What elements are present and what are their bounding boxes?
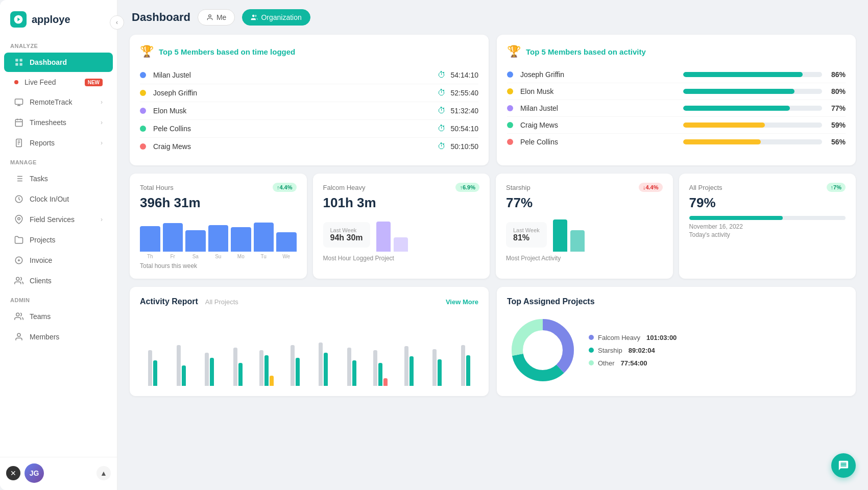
top5-time-list: Milan Justel ⏱ 54:14:10 Joseph Griffin ⏱…	[140, 66, 478, 155]
svg-point-27	[209, 15, 211, 17]
most-activity-badge: ↓4.4%	[639, 183, 663, 192]
project-bar-1	[376, 222, 391, 252]
sidebar-item-invoice[interactable]: Invoice	[4, 251, 113, 270]
top5-time-row-3: Pele Collins ⏱ 50:54:10	[140, 120, 478, 138]
sidebar-close-button[interactable]: ✕	[6, 466, 20, 480]
logo: apploye	[0, 0, 117, 37]
live-dot-icon	[14, 80, 18, 84]
sidebar-item-label-dashboard: Dashboard	[30, 58, 103, 66]
top5-act-row-4: Pele Collins 56%	[507, 134, 846, 150]
sidebar-item-clients[interactable]: Clients	[4, 271, 113, 290]
sidebar-item-timesheets[interactable]: Timesheets ›	[4, 113, 113, 132]
chevron-icon: ›	[101, 139, 103, 146]
top5-time-row-0: Milan Justel ⏱ 54:14:10	[140, 66, 478, 84]
most-hour-sub: Most Hour Logged Project	[323, 255, 480, 262]
all-projects-card: All Projects ↑7% 79% November 16, 2022 T…	[679, 174, 856, 279]
top5-time-header: 🏆 Top 5 Members based on time logged	[140, 45, 478, 58]
sidebar: apploye ‹ Analyze Dashboard Live Feed NE…	[0, 0, 117, 490]
act-dot-1	[507, 88, 513, 94]
most-activity-card: Starship ↓4.4% 77% Last Week 81%	[496, 174, 673, 279]
sidebar-item-livefeed[interactable]: Live Feed NEW	[4, 73, 113, 91]
chat-button[interactable]	[831, 453, 856, 478]
most-activity-value: 77%	[506, 195, 663, 211]
most-activity-sub: Most Project Activity	[506, 255, 663, 262]
view-more-button[interactable]: View More	[446, 298, 478, 306]
sidebar-item-projects[interactable]: Projects	[4, 230, 113, 250]
sidebar-item-label-reports: Reports	[30, 139, 94, 147]
sidebar-item-label-tasks: Tasks	[30, 175, 103, 183]
sidebar-item-reports[interactable]: Reports ›	[4, 133, 113, 153]
act-dot-4	[507, 139, 513, 145]
svg-rect-2	[15, 63, 18, 66]
sidebar-item-label-livefeed: Live Feed	[25, 78, 76, 86]
svg-point-25	[16, 313, 19, 316]
clock-icon: ⏱	[438, 88, 446, 97]
chevron-icon: ›	[101, 99, 103, 106]
all-projects-date: November 16, 2022	[689, 223, 846, 230]
sidebar-item-remotetrack[interactable]: RemoteTrack ›	[4, 92, 113, 112]
act-col-1	[140, 314, 165, 386]
header: Dashboard Me Organization	[117, 0, 868, 31]
total-hours-chart	[140, 216, 297, 252]
organization-button[interactable]: Organization	[242, 9, 310, 26]
stats-row: Total Hours ↑4.4% 396h 31m Th	[130, 174, 856, 279]
act-col-5	[254, 314, 279, 386]
act-dot-3	[507, 122, 513, 128]
top5-row: 🏆 Top 5 Members based on time logged Mil…	[130, 35, 856, 165]
total-hours-sub: Total hours this week	[140, 262, 297, 270]
activity-report-card: Activity Report All Projects View More	[130, 287, 489, 396]
most-hour-badge: ↑6.9%	[455, 183, 479, 192]
sidebar-item-clockinout[interactable]: Clock In/Out	[4, 189, 113, 209]
logo-text: apploye	[32, 14, 70, 26]
top5-activity-title: Top 5 Members based on activity	[526, 47, 646, 56]
member-dot-2	[140, 108, 146, 114]
top5-activity-card: 🏆 Top 5 Members based on activity Joseph…	[497, 35, 856, 165]
activity-bar-short	[570, 230, 585, 252]
activity-report-subtitle: All Projects	[205, 298, 238, 306]
top-projects-title: Top Assigned Projects	[507, 297, 595, 306]
legend-dot-1	[589, 348, 594, 353]
top-projects-card: Top Assigned Projects	[497, 287, 856, 396]
bar-sa	[185, 230, 206, 252]
clock-icon: ⏱	[438, 142, 446, 151]
act-dot-0	[507, 71, 513, 78]
sidebar-item-members[interactable]: Members	[4, 327, 113, 347]
act-col-11	[425, 314, 450, 386]
member-dot-4	[140, 143, 146, 150]
top5-time-title: Top 5 Members based on time logged	[159, 47, 295, 56]
act-col-10	[396, 314, 422, 386]
total-hours-card: Total Hours ↑4.4% 396h 31m Th	[130, 174, 307, 279]
all-projects-sub: Today's activity	[689, 231, 846, 238]
sidebar-collapse-btn[interactable]: ‹	[110, 15, 124, 30]
svg-rect-4	[15, 99, 23, 105]
trophy-icon: 🏆	[140, 45, 154, 58]
all-projects-label: All Projects	[689, 184, 722, 191]
sidebar-item-label-invoice: Invoice	[30, 256, 103, 264]
bar-mo	[231, 227, 251, 252]
top5-time-row-4: Craig Mews ⏱ 50:10:50	[140, 138, 478, 155]
activity-bar-3: 59%	[683, 121, 846, 129]
legend-item-0: Falcom Heavy 101:03:00	[589, 334, 677, 341]
activity-bar-1: 80%	[683, 87, 846, 95]
svg-point-24	[16, 277, 19, 280]
last-week-box: Last Week 94h 30m	[323, 222, 370, 248]
sidebar-item-dashboard[interactable]: Dashboard	[4, 53, 113, 72]
main-area: Dashboard Me Organization 🏆 Top 5 Member…	[117, 0, 868, 490]
svg-rect-7	[15, 119, 22, 127]
avatar: JG	[25, 463, 44, 483]
total-hours-value: 396h 31m	[140, 195, 297, 211]
act-col-9	[368, 314, 393, 386]
scroll-up-button[interactable]: ▲	[97, 466, 111, 480]
analyze-section-label: Analyze	[0, 37, 117, 52]
sidebar-item-label-clockinout: Clock In/Out	[30, 195, 103, 203]
me-button[interactable]: Me	[198, 9, 235, 26]
member-dot-1	[140, 90, 146, 96]
top5-time-row-2: Elon Musk ⏱ 51:32:40	[140, 102, 478, 120]
sidebar-item-fieldservices[interactable]: Field Services ›	[4, 210, 113, 229]
sidebar-item-tasks[interactable]: Tasks	[4, 169, 113, 188]
logo-icon	[10, 11, 27, 28]
new-badge: NEW	[85, 79, 103, 86]
sidebar-item-teams[interactable]: Teams	[4, 307, 113, 326]
legend-dot-0	[589, 335, 594, 340]
bottom-row: Activity Report All Projects View More	[130, 287, 856, 396]
